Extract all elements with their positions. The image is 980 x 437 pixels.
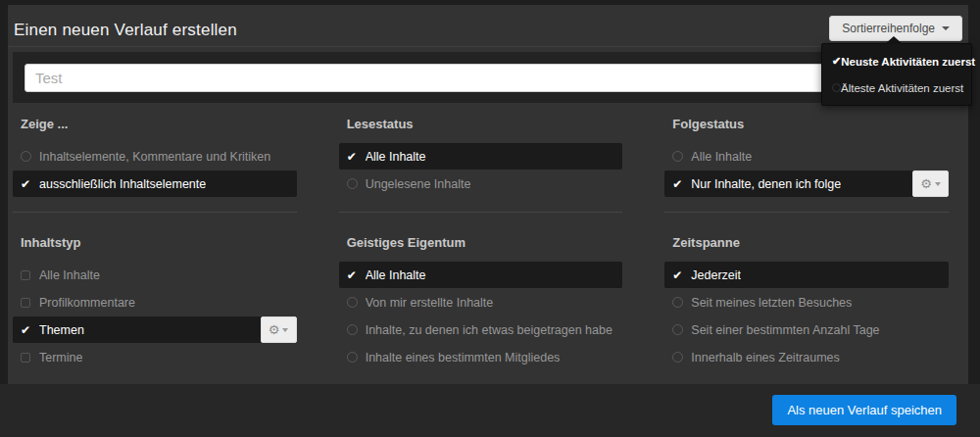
option-inhaltselemente-kommentare[interactable]: Inhaltselemente, Kommentare und Kritiken [13,143,297,170]
option-label: Seit meines letzten Besuches [691,296,852,310]
option-alle-inhalte[interactable]: ✔ Alle Inhalte [339,262,623,288]
gear-icon: ⚙ [920,177,932,190]
stream-create-page: Einen neuen Verlauf erstellen Sortierrei… [0,0,980,437]
section-folgestatus: Folgestatus Alle Inhalte ✔ Nur Inhalte, … [664,103,949,198]
section-title: Inhaltstyp [21,235,289,250]
radio-icon [347,352,358,363]
section-inhaltstyp: Inhaltstyp Alle Inhalte Profilkommentare… [13,212,297,371]
option-label: Jederzeit [691,268,741,282]
gear-settings-button[interactable]: ⚙ [261,316,297,343]
section-title: Lesestatus [347,117,615,131]
caret-down-icon [282,328,288,332]
menu-item-label: Älteste Aktivitäten zuerst [841,82,963,94]
radio-icon [347,178,358,189]
save-stream-button[interactable]: Als neuen Verlauf speichen [772,395,956,425]
radio-icon [347,324,358,335]
option-label: Von mir erstellte Inhalte [366,296,494,310]
panel-footer: Als neuen Verlauf speichen [0,384,980,437]
section-zeige: Zeige ... Inhaltselemente, Kommentare un… [13,103,297,198]
option-label: Ungelesene Inhalte [366,177,471,191]
option-alle-inhalte[interactable]: Alle Inhalte [13,262,297,288]
option-themen[interactable]: ✔ Themen ⚙ [13,316,297,343]
menu-item-label: Neuste Aktivitäten zuerst [841,56,975,68]
page-title: Einen neuen Verlauf erstellen [14,21,237,40]
option-innerhalb-zeitraumes[interactable]: Innerhalb eines Zeitraumes [664,344,949,370]
check-icon: ✔ [347,269,357,281]
option-label: Alle Inhalte [39,268,100,282]
option-label: Termine [39,351,82,364]
option-label: Alle Inhalte [366,150,426,164]
option-ausschliesslich-inhaltselemente[interactable]: ✔ ausschließlich Inhaltselemente [13,170,297,197]
panel-header: Einen neuen Verlauf erstellen Sortierrei… [8,5,968,47]
section-title: Geistiges Eigentum [347,235,615,250]
gear-icon: ⚙ [269,323,280,336]
section-title: Zeitspanne [672,235,941,250]
radio-icon [672,352,683,363]
option-inhalte-bestimmten-mitgliedes[interactable]: Inhalte eines bestimmten Mitgliedes [339,344,623,370]
radio-icon [672,151,683,162]
caret-down-icon [935,182,941,186]
menu-caret-up [885,36,903,44]
checkbox-icon [21,353,30,363]
option-anzahl-tage[interactable]: Seit einer bestimmten Anzahl Tage [664,316,949,343]
option-termine[interactable]: Termine [13,344,297,370]
gear-settings-button[interactable]: ⚙ [912,170,949,197]
option-label: Inhalte, zu denen ich etwas beigetragen … [366,323,612,337]
option-label: Alle Inhalte [366,268,426,282]
option-label: Nur Inhalte, denen ich folge [691,177,841,191]
menu-item-neuste-aktivitaeten[interactable]: ✔ Neuste Aktivitäten zuerst [822,48,971,74]
radio-icon [21,151,31,162]
option-label: ausschließlich Inhaltselemente [39,177,206,191]
check-icon: ✔ [672,269,682,281]
option-alle-inhalte[interactable]: Alle Inhalte [664,143,949,170]
sort-order-button-label: Sortierreihenfolge [842,22,935,35]
checkbox-icon [21,298,30,308]
filter-grid: Zeige ... Inhaltselemente, Kommentare un… [13,103,949,371]
option-ungelesene-inhalte[interactable]: Ungelesene Inhalte [339,170,623,197]
menu-item-aelteste-aktivitaeten[interactable]: Älteste Aktivitäten zuerst [822,74,971,101]
option-seit-letztem-besuch[interactable]: Seit meines letzten Besuches [664,289,949,316]
option-label: Innerhalb eines Zeitraumes [691,351,839,364]
checkbox-icon [21,270,30,280]
caret-down-icon [942,26,950,30]
check-icon: ✔ [347,151,357,163]
radio-icon [672,297,683,308]
check-icon: ✔ [672,178,682,190]
option-label: Inhalte eines bestimmten Mitgliedes [366,351,561,364]
section-geistiges-eigentum: Geistiges Eigentum ✔ Alle Inhalte Von mi… [339,212,623,371]
section-lesestatus: Lesestatus ✔ Alle Inhalte Ungelesene Inh… [339,103,623,198]
radio-icon [672,324,683,335]
option-label: Inhaltselemente, Kommentare und Kritiken [39,150,270,164]
option-alle-inhalte[interactable]: ✔ Alle Inhalte [339,143,623,170]
option-nur-inhalte-denen-ich-folge[interactable]: ✔ Nur Inhalte, denen ich folge ⚙ [664,170,949,197]
option-label: Themen [39,323,84,337]
option-label: Alle Inhalte [691,150,752,164]
check-icon: ✔ [832,55,841,68]
option-profilkommentare[interactable]: Profilkommentare [13,289,297,316]
option-von-mir-erstellte-inhalte[interactable]: Von mir erstellte Inhalte [339,289,623,316]
check-icon: ✔ [21,324,30,336]
section-title: Folgestatus [672,117,941,131]
section-zeitspanne: Zeitspanne ✔ Jederzeit Seit meines letzt… [664,212,949,371]
option-jederzeit[interactable]: ✔ Jederzeit [664,262,949,288]
section-title: Zeige ... [21,117,289,131]
radio-icon [832,83,841,92]
option-label: Profilkommentare [39,296,135,310]
stream-title-input[interactable] [24,64,952,92]
check-icon: ✔ [21,178,30,190]
radio-icon [347,297,358,308]
option-inhalte-beigetragen[interactable]: Inhalte, zu denen ich etwas beigetragen … [339,316,623,343]
sort-order-menu: ✔ Neuste Aktivitäten zuerst Älteste Akti… [821,43,972,106]
option-label: Seit einer bestimmten Anzahl Tage [691,323,879,337]
